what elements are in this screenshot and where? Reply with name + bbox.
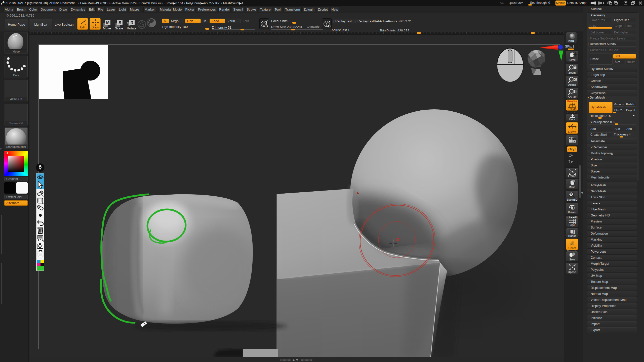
svg-text:R: R	[131, 21, 134, 25]
svg-text:x1: x1	[574, 78, 577, 81]
svg-text:D: D	[328, 24, 331, 28]
svg-text:S: S	[265, 24, 268, 28]
svg-text:M: M	[106, 21, 109, 25]
svg-text:S: S	[118, 21, 121, 25]
